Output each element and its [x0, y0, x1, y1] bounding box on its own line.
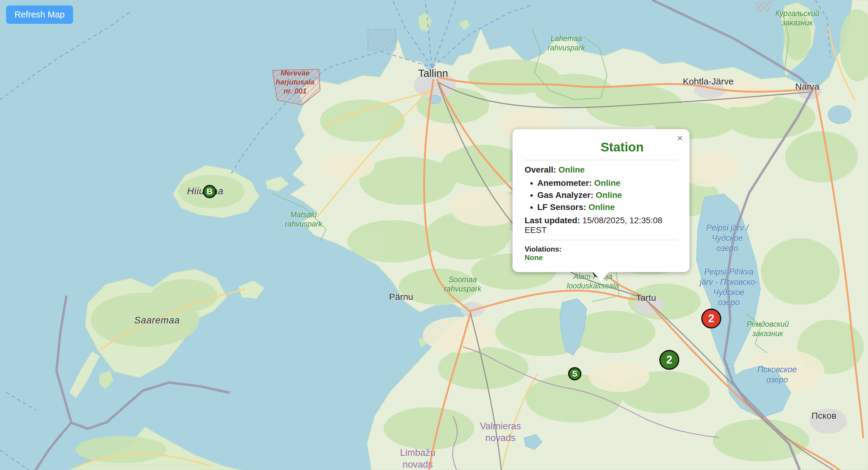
popup-divider — [525, 240, 677, 240]
small-zone — [368, 30, 396, 50]
violations-value: None — [525, 254, 543, 262]
sensor-value: Online — [596, 190, 622, 200]
marker-station-b[interactable]: B — [203, 185, 216, 198]
popup-title: Station — [525, 140, 677, 155]
popup-divider — [525, 160, 677, 160]
last-updated-row: Last updated: 15/08/2025, 12:35:08 EEST — [525, 216, 677, 235]
redacted-station-name — [558, 142, 601, 154]
station-popup: × Station Overall: Online Anemometer: On… — [513, 129, 689, 272]
sensor-row-gas-analyzer: Gas Analyzer: Online — [537, 190, 677, 200]
sensor-value: Online — [589, 202, 615, 212]
sensor-row-lf-sensors: LF Sensors: Online — [537, 202, 677, 212]
overall-status-row: Overall: Online — [525, 165, 677, 175]
popup-tail — [592, 271, 610, 281]
sensor-row-anemometer: Anemometer: Online — [537, 178, 677, 188]
marker-count: 2 — [708, 312, 714, 325]
marker-label: S — [572, 369, 578, 379]
overall-label: Overall: — [525, 165, 556, 174]
popup-title-text: Station — [601, 140, 644, 154]
marker-cluster-red[interactable]: 2 — [701, 309, 721, 329]
overall-value: Online — [558, 165, 585, 174]
marker-count: 2 — [666, 354, 672, 366]
sensor-label: Anemometer: — [537, 178, 592, 188]
sensor-status-list: Anemometer: Online Gas Analyzer: Online … — [527, 178, 677, 212]
sensor-value: Online — [594, 178, 620, 188]
violations-label: Violations: — [525, 245, 561, 253]
marker-label: B — [207, 187, 213, 196]
map-canvas[interactable]: Tallinn Kohtla-Järve Narva Pärnu Tartu П… — [0, 0, 868, 470]
close-icon[interactable]: × — [677, 133, 683, 143]
sensor-label: LF Sensors: — [537, 202, 586, 212]
marker-cluster-green[interactable]: 2 — [659, 350, 679, 370]
violations-section: Violations: None — [525, 245, 677, 262]
narva-reservoir — [828, 106, 851, 124]
refresh-map-button[interactable]: Refresh Map — [6, 5, 73, 24]
sensor-label: Gas Analyzer: — [537, 190, 593, 200]
map-tiles — [0, 0, 868, 470]
last-updated-label: Last updated: — [525, 216, 580, 225]
marker-station-s-south[interactable]: S — [568, 367, 581, 380]
